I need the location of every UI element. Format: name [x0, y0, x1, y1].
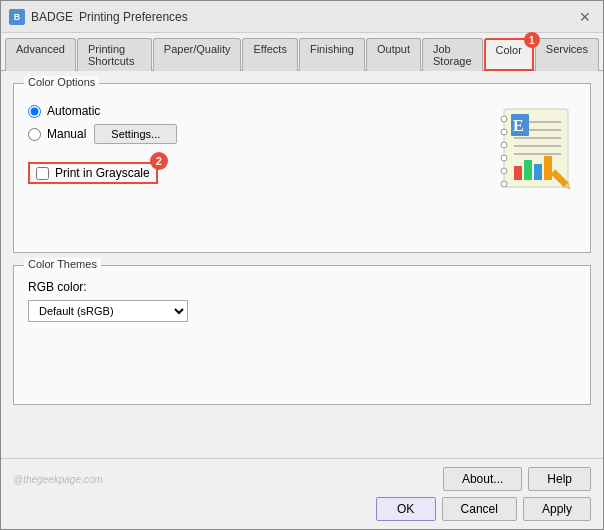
radio-automatic-input[interactable]: [28, 105, 41, 118]
svg-rect-11: [544, 156, 552, 180]
radio-manual-input[interactable]: [28, 128, 41, 141]
rgb-label: RGB color:: [28, 280, 576, 294]
tab-finishing[interactable]: Finishing: [299, 38, 365, 71]
color-options-right: E: [496, 94, 576, 242]
document-preview-icon: E: [496, 104, 576, 194]
print-grayscale-checkbox-container: Print in Grayscale 2: [28, 162, 158, 184]
about-button[interactable]: About...: [443, 467, 522, 491]
app-name: BADGE: [31, 10, 73, 24]
color-themes-panel: Color Themes RGB color: Default (sRGB): [13, 265, 591, 405]
tab-job-storage[interactable]: Job Storage: [422, 38, 483, 71]
title-bar: B BADGE Printing Preferences ✕: [1, 1, 603, 33]
watermark-text: @thegeekpage.com: [13, 474, 103, 485]
svg-point-15: [501, 129, 507, 135]
content-area: Color Options Automatic Manual Settings.…: [1, 71, 603, 458]
tab-output[interactable]: Output: [366, 38, 421, 71]
ok-button[interactable]: OK: [376, 497, 436, 521]
radio-automatic[interactable]: Automatic: [28, 104, 476, 118]
tab-advanced[interactable]: Advanced: [5, 38, 76, 71]
svg-rect-8: [514, 166, 522, 180]
tab-paper-quality[interactable]: Paper/Quality: [153, 38, 242, 71]
color-options-left: Automatic Manual Settings... Print in Gr…: [28, 94, 476, 242]
svg-point-14: [501, 116, 507, 122]
svg-point-19: [501, 181, 507, 187]
dialog-title: Printing Preferences: [79, 10, 188, 24]
radio-manual[interactable]: Manual: [28, 127, 86, 141]
color-themes-inner: RGB color: Default (sRGB): [28, 280, 576, 322]
print-grayscale-label: Print in Grayscale: [55, 166, 150, 180]
svg-rect-10: [534, 164, 542, 180]
settings-button[interactable]: Settings...: [94, 124, 177, 144]
apply-button[interactable]: Apply: [523, 497, 591, 521]
color-options-title: Color Options: [24, 76, 99, 88]
color-themes-title: Color Themes: [24, 258, 101, 270]
help-button[interactable]: Help: [528, 467, 591, 491]
radio-manual-label: Manual: [47, 127, 86, 141]
footer-action-buttons: OK Cancel Apply: [13, 497, 591, 521]
tab-printing-shortcuts[interactable]: Printing Shortcuts: [77, 38, 152, 71]
svg-rect-9: [524, 160, 532, 180]
title-bar-left: B BADGE Printing Preferences: [9, 9, 188, 25]
tab-color[interactable]: Color 1: [484, 38, 534, 71]
cancel-button[interactable]: Cancel: [442, 497, 517, 521]
tab-effects[interactable]: Effects: [242, 38, 297, 71]
color-options-panel: Color Options Automatic Manual Settings.…: [13, 83, 591, 253]
tab-color-badge: 1: [524, 32, 540, 48]
grayscale-badge: 2: [150, 152, 168, 170]
color-theme-select[interactable]: Default (sRGB): [28, 300, 188, 322]
svg-point-17: [501, 155, 507, 161]
color-radio-group: Automatic Manual Settings...: [28, 104, 476, 144]
tab-bar: Advanced Printing Shortcuts Paper/Qualit…: [1, 33, 603, 71]
svg-text:E: E: [513, 117, 524, 134]
app-icon: B: [9, 9, 25, 25]
radio-automatic-label: Automatic: [47, 104, 100, 118]
print-grayscale-checkbox[interactable]: [36, 167, 49, 180]
footer: @thegeekpage.com About... Help OK Cancel…: [1, 458, 603, 529]
svg-point-16: [501, 142, 507, 148]
printing-preferences-dialog: B BADGE Printing Preferences ✕ Advanced …: [0, 0, 604, 530]
svg-point-18: [501, 168, 507, 174]
close-button[interactable]: ✕: [575, 7, 595, 27]
tab-services[interactable]: Services: [535, 38, 599, 71]
